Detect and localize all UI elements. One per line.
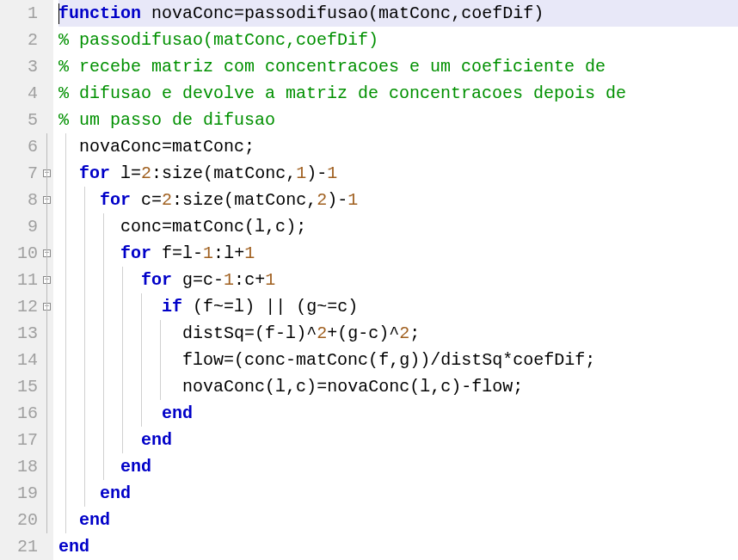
- code-token: (: [337, 323, 347, 343]
- code-token: g: [347, 323, 358, 343]
- line-number: 15: [0, 373, 38, 400]
- code-token: distSq: [58, 323, 244, 343]
- code-line[interactable]: % um passo de difusao: [58, 107, 738, 133]
- code-token: % difusao e devolve a matriz de concentr…: [58, 83, 626, 103]
- code-token: conc: [58, 217, 162, 237]
- code-token: =: [162, 217, 172, 237]
- code-token: [286, 297, 296, 317]
- code-token: f: [265, 323, 275, 343]
- code-token: c: [203, 270, 213, 290]
- code-line[interactable]: if (f~=l) || (g~=c): [58, 293, 738, 320]
- line-number: 13: [0, 320, 38, 347]
- code-token: ): [378, 323, 389, 343]
- line-number: 5: [0, 107, 38, 133]
- code-token: 1: [203, 243, 213, 263]
- code-token: =: [162, 137, 172, 157]
- code-token: ): [347, 297, 358, 317]
- code-line[interactable]: end: [58, 507, 738, 533]
- line-number: 8: [0, 187, 38, 213]
- code-token: (: [368, 3, 378, 23]
- code-token: l: [286, 323, 296, 343]
- line-number: 20: [0, 507, 38, 533]
- code-line[interactable]: for f=l-1:l+1: [58, 240, 738, 267]
- code-line[interactable]: % passodifusao(matConc,coefDif): [58, 27, 738, 53]
- code-line[interactable]: for l=2:size(matConc,1)-1: [58, 160, 738, 187]
- code-token: end: [162, 403, 193, 423]
- code-token: % recebe matriz com concentracoes e um c…: [58, 57, 606, 77]
- code-token: end: [100, 483, 131, 503]
- code-token: ,: [286, 163, 296, 183]
- code-token: matConc: [378, 3, 451, 23]
- code-token: ,: [389, 350, 399, 370]
- code-line[interactable]: for c=2:size(matConc,2)-1: [58, 187, 738, 213]
- code-token: c: [368, 323, 378, 343]
- code-token: [58, 190, 100, 210]
- code-token: novaConc: [327, 377, 409, 397]
- code-token: (: [224, 190, 234, 210]
- code-token: 2: [317, 323, 327, 343]
- code-token: c: [440, 377, 451, 397]
- code-token: ;: [244, 137, 255, 157]
- fold-guide-line: [46, 133, 47, 533]
- line-number: 16: [0, 400, 38, 427]
- code-token: -: [358, 323, 368, 343]
- code-token: [58, 270, 141, 290]
- code-token: l: [420, 377, 430, 397]
- code-token: end: [58, 537, 89, 557]
- line-number: 19: [0, 480, 38, 507]
- code-token: novaConc: [141, 3, 234, 23]
- code-token: for: [79, 163, 110, 183]
- code-token: c: [296, 377, 306, 397]
- line-number: 14: [0, 347, 38, 373]
- code-token: coefDif: [461, 3, 533, 23]
- code-line[interactable]: end: [58, 453, 738, 480]
- code-token: matConc: [234, 190, 306, 210]
- code-token: [58, 457, 120, 477]
- code-token: -: [213, 270, 224, 290]
- code-token: -: [193, 243, 203, 263]
- code-line[interactable]: end: [58, 480, 738, 507]
- code-token: l: [224, 243, 234, 263]
- code-line[interactable]: % difusao e devolve a matriz de concentr…: [58, 80, 738, 107]
- code-line[interactable]: end: [58, 533, 738, 560]
- code-token: novaConc: [58, 377, 265, 397]
- code-token: for: [120, 243, 151, 263]
- code-token: conc: [244, 350, 286, 370]
- code-token: novaConc: [58, 137, 162, 157]
- line-number: 2: [0, 27, 38, 53]
- code-token: (: [296, 297, 306, 317]
- code-editor[interactable]: function novaConc=passodifusao(matConc,c…: [53, 0, 738, 560]
- code-line[interactable]: for g=c-1:c+1: [58, 267, 738, 293]
- code-line[interactable]: distSq=(f-l)^2+(g-c)^2;: [58, 320, 738, 347]
- code-token: matConc: [213, 163, 286, 183]
- code-token: :: [213, 243, 224, 263]
- code-line[interactable]: flow=(conc-matConc(f,g))/distSq*coefDif;: [58, 347, 738, 373]
- code-token: 1: [244, 243, 255, 263]
- code-token: for: [100, 190, 131, 210]
- code-token: -: [461, 377, 471, 397]
- code-token: end: [120, 457, 151, 477]
- code-line[interactable]: end: [58, 400, 738, 427]
- code-token: g: [306, 297, 317, 317]
- line-number: 21: [0, 533, 38, 560]
- code-token: c: [337, 297, 347, 317]
- code-token: ,: [265, 217, 275, 237]
- code-token: =: [224, 350, 234, 370]
- code-token: [58, 243, 120, 263]
- fold-column: −−−−−: [41, 0, 53, 560]
- code-token: :: [151, 163, 162, 183]
- line-number: 6: [0, 133, 38, 160]
- code-line[interactable]: novaConc=matConc;: [58, 133, 738, 160]
- code-token: =: [244, 323, 255, 343]
- code-token: 1: [265, 270, 275, 290]
- code-line[interactable]: function novaConc=passodifusao(matConc,c…: [58, 0, 738, 27]
- code-token: [58, 297, 162, 317]
- line-number: 18: [0, 453, 38, 480]
- code-line[interactable]: conc=matConc(l,c);: [58, 213, 738, 240]
- code-token: l: [255, 217, 265, 237]
- code-line[interactable]: % recebe matriz com concentracoes e um c…: [58, 53, 738, 80]
- code-line[interactable]: novaConc(l,c)=novaConc(l,c)-flow;: [58, 373, 738, 400]
- code-line[interactable]: end: [58, 427, 738, 453]
- code-token: =: [317, 377, 327, 397]
- code-token: :: [172, 190, 182, 210]
